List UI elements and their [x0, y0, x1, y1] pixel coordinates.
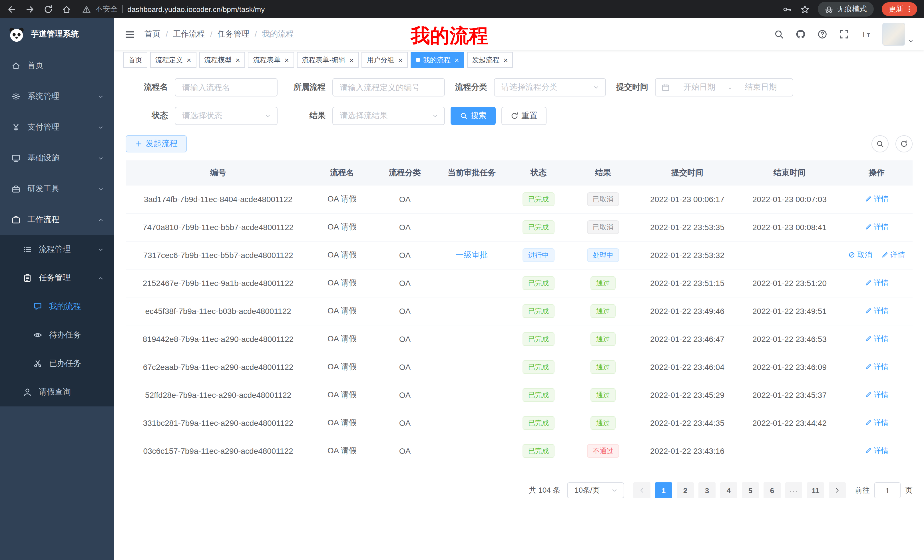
reload-icon[interactable]: [44, 4, 53, 14]
calendar-icon: [661, 83, 670, 91]
breadcrumb-item[interactable]: 我的流程: [262, 29, 294, 39]
detail-link[interactable]: 详情: [881, 250, 905, 260]
page-button[interactable]: 4: [720, 482, 737, 499]
cell-submit-time: 2022-01-22 23:53:32: [636, 241, 738, 269]
tab-close-icon[interactable]: ×: [454, 56, 459, 64]
detail-link[interactable]: 详情: [865, 334, 889, 344]
tab-close-icon[interactable]: ×: [503, 56, 508, 64]
tab-close-icon[interactable]: ×: [398, 56, 403, 64]
parent-process-input[interactable]: [332, 78, 445, 96]
page-button[interactable]: 3: [698, 482, 716, 499]
cancel-link[interactable]: 取消: [848, 250, 872, 260]
status-badge: 已完成: [522, 360, 555, 374]
page-button[interactable]: ···: [785, 482, 802, 499]
next-page-button[interactable]: [829, 482, 846, 499]
tab[interactable]: 用户分组 ×: [362, 52, 408, 68]
reset-button[interactable]: 重置: [501, 107, 546, 125]
tab-close-icon[interactable]: ×: [236, 56, 240, 64]
tab-close-icon[interactable]: ×: [284, 56, 289, 64]
font-size-icon[interactable]: TT: [861, 29, 871, 39]
page-button[interactable]: 6: [764, 482, 781, 499]
status-select[interactable]: 请选择状态: [175, 107, 278, 125]
status-badge: 进行中: [522, 248, 555, 262]
breadcrumb-item[interactable]: 任务管理: [218, 29, 249, 39]
chevron-up-icon: [98, 217, 104, 223]
cell-category: OA: [374, 381, 436, 409]
tab-close-icon[interactable]: ×: [187, 56, 191, 64]
github-icon[interactable]: [795, 29, 806, 39]
tab[interactable]: 流程模型 ×: [199, 52, 245, 68]
cell-result: 通过: [570, 381, 636, 409]
page-button[interactable]: 1: [655, 482, 672, 499]
page-size-select[interactable]: 10条/页: [567, 482, 624, 499]
url-text[interactable]: dashboard.yudao.iocoder.cn/bpm/task/my: [128, 5, 265, 13]
search-icon[interactable]: [774, 29, 784, 39]
sidebar-item[interactable]: 任务管理: [0, 264, 114, 292]
start-date-placeholder[interactable]: 开始日期: [673, 82, 725, 93]
end-date-placeholder[interactable]: 结束日期: [735, 82, 787, 93]
fullscreen-icon[interactable]: [839, 29, 849, 39]
detail-link[interactable]: 详情: [865, 390, 889, 400]
sidebar-item[interactable]: 待办任务: [0, 321, 114, 349]
page-button[interactable]: 5: [742, 482, 759, 499]
status-placeholder: 请选择状态: [182, 111, 222, 121]
hamburger-icon[interactable]: [124, 29, 135, 40]
page-button[interactable]: 2: [677, 482, 694, 499]
tab[interactable]: 流程表单 ×: [248, 52, 294, 68]
process-name-input[interactable]: [175, 78, 278, 96]
tab[interactable]: 首页: [123, 52, 147, 68]
browser-home-icon[interactable]: [62, 4, 71, 14]
briefcase-icon: [11, 215, 21, 225]
password-key-icon[interactable]: [782, 4, 792, 14]
table-refresh-button[interactable]: [896, 135, 913, 153]
avatar[interactable]: [882, 23, 905, 46]
goto-page-input[interactable]: [874, 482, 901, 499]
sidebar-item[interactable]: 支付管理: [0, 112, 114, 143]
detail-link[interactable]: 详情: [865, 306, 889, 316]
help-icon[interactable]: [817, 29, 828, 39]
user-menu[interactable]: [882, 23, 914, 46]
current-task-link[interactable]: 一级审批: [456, 250, 488, 259]
sidebar-item[interactable]: 研发工具: [0, 174, 114, 204]
sidebar-item[interactable]: 首页: [0, 50, 114, 81]
detail-link[interactable]: 详情: [865, 418, 889, 428]
forward-icon[interactable]: [25, 4, 35, 14]
sidebar-item[interactable]: 基础设施: [0, 143, 114, 174]
breadcrumb-item[interactable]: 工作流程: [173, 29, 205, 39]
tab[interactable]: 发起流程 ×: [467, 52, 513, 68]
sidebar-item[interactable]: 系统管理: [0, 81, 114, 112]
sidebar-item[interactable]: 已办任务: [0, 349, 114, 378]
active-tab-dot: [416, 58, 420, 62]
sidebar-item[interactable]: 请假查询: [0, 378, 114, 406]
page-button[interactable]: 11: [807, 482, 824, 499]
tab[interactable]: 流程表单-编辑 ×: [297, 52, 359, 68]
bookmark-star-icon[interactable]: [800, 4, 810, 14]
detail-link[interactable]: 详情: [865, 278, 889, 288]
breadcrumb-item[interactable]: 首页: [144, 29, 160, 39]
tab-close-icon[interactable]: ×: [350, 56, 354, 64]
cell-result: 通过: [570, 409, 636, 437]
kebab-menu-icon[interactable]: [905, 5, 913, 13]
prev-page-button[interactable]: [633, 482, 651, 499]
back-icon[interactable]: [7, 4, 16, 14]
detail-link[interactable]: 详情: [865, 222, 889, 232]
tab[interactable]: 流程定义 ×: [150, 52, 196, 68]
result-select[interactable]: 请选择流结果: [332, 107, 445, 125]
address-bar[interactable]: 不安全 dashboard.yudao.iocoder.cn/bpm/task/…: [82, 4, 265, 14]
create-process-button[interactable]: 发起流程: [126, 135, 187, 153]
sidebar-item[interactable]: 工作流程: [0, 204, 114, 235]
detail-link[interactable]: 详情: [865, 446, 889, 456]
submit-time-range-picker[interactable]: 开始日期 - 结束日期: [655, 78, 793, 96]
tab[interactable]: 我的流程 ×: [411, 52, 464, 68]
sidebar-item[interactable]: 流程管理: [0, 235, 114, 264]
detail-link[interactable]: 详情: [865, 194, 889, 204]
search-button[interactable]: 搜索: [451, 107, 496, 125]
result-badge: 通过: [591, 304, 616, 318]
detail-link[interactable]: 详情: [865, 362, 889, 372]
browser-update-button[interactable]: 更新: [882, 2, 917, 16]
category-select[interactable]: 请选择流程分类: [494, 78, 606, 96]
sidebar-item[interactable]: 我的流程: [0, 292, 114, 321]
cell-end-time: 2022-01-22 23:44:42: [738, 409, 841, 437]
table-search-toggle-button[interactable]: [872, 135, 889, 153]
column-header: 状态: [507, 160, 570, 186]
